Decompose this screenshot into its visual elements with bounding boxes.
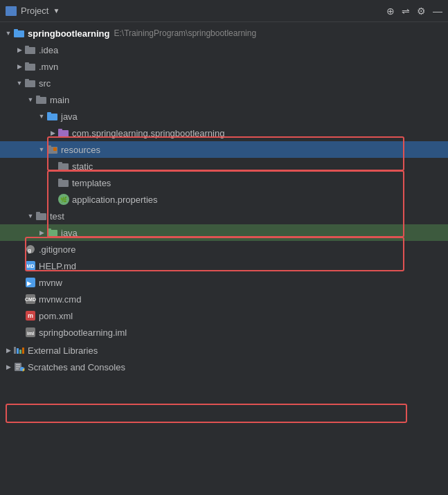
tree-item-iml[interactable]: iml springbootlearning.iml <box>0 324 448 341</box>
chevron-down-icon[interactable]: ▼ <box>53 7 60 15</box>
arrow-main <box>25 96 36 103</box>
panel-header: Project ▼ ⊕ ⇌ ⚙ — <box>0 0 448 22</box>
ide-panel: Project ▼ ⊕ ⇌ ⚙ — springbootlearning <box>0 0 448 495</box>
folder-icon-root <box>14 28 25 39</box>
svg-rect-37 <box>16 366 20 368</box>
pomxml-label: pom.xml <box>39 311 73 321</box>
tree-item-test-java[interactable]: java <box>0 224 448 241</box>
svg-text:g: g <box>28 247 31 253</box>
svg-rect-34 <box>22 348 24 354</box>
split-icon[interactable]: ⇌ <box>402 6 410 17</box>
tree-item-idea[interactable]: .idea <box>0 42 448 58</box>
folder-icon-mvn <box>25 61 36 72</box>
svg-rect-8 <box>36 97 46 104</box>
folder-icon-test <box>36 210 47 222</box>
mvn-label: .mvn <box>39 62 58 72</box>
tree-item-gitignore[interactable]: g .gitignore <box>0 241 448 258</box>
mvnw-exec-icon: ▶ <box>25 277 36 288</box>
svg-rect-17 <box>58 163 69 170</box>
folder-icon-idea <box>25 44 36 55</box>
arrow-java <box>36 113 47 120</box>
svg-rect-16 <box>53 147 57 151</box>
svg-rect-23 <box>47 230 57 237</box>
svg-rect-11 <box>47 112 51 114</box>
tree-item-com[interactable]: com.springlearning.springbootlearning <box>0 125 448 141</box>
com-label: com.springlearning.springbootlearning <box>72 128 224 138</box>
mvnwcmd-label: mvnw.cmd <box>39 294 81 305</box>
tree-item-templates[interactable]: templates <box>0 174 448 191</box>
templates-label: templates <box>72 178 111 188</box>
folder-icon-templates <box>58 177 69 188</box>
svg-rect-20 <box>58 179 62 181</box>
svg-rect-1 <box>14 29 18 31</box>
tree-item-static[interactable]: static <box>0 158 448 174</box>
tree-item-mvnwcmd[interactable]: CMD mvnw.cmd <box>0 291 448 307</box>
iml-icon: iml <box>25 327 36 338</box>
svg-rect-32 <box>17 348 19 354</box>
application-label: application.properties <box>72 195 158 205</box>
svg-rect-21 <box>36 213 46 220</box>
test-java-label: java <box>61 228 78 238</box>
svg-rect-18 <box>58 162 62 164</box>
test-label: test <box>50 211 64 222</box>
svg-rect-7 <box>25 79 29 81</box>
tree-item-mvnw[interactable]: ▶ mvnw <box>0 274 448 291</box>
gitignore-label: .gitignore <box>39 244 75 255</box>
tree-item-application[interactable]: 🌿 application.properties <box>0 191 448 208</box>
svg-rect-36 <box>16 364 20 366</box>
svg-rect-22 <box>36 212 40 214</box>
tree-item-extlibs[interactable]: External Libraries <box>0 342 448 359</box>
scratch-icon: ⚡ <box>14 361 25 372</box>
svg-rect-0 <box>14 30 24 37</box>
project-tree: springbootlearning E:\TrainingProgram\sp… <box>0 22 448 495</box>
extlib-icon <box>14 345 25 356</box>
arrow-com <box>47 129 58 136</box>
svg-rect-12 <box>58 130 69 137</box>
svg-rect-24 <box>47 228 51 231</box>
static-label: static <box>72 161 93 172</box>
mvnwcmd-icon: CMD <box>25 294 36 305</box>
iml-label: springbootlearning.iml <box>39 327 127 338</box>
arrow-resources <box>36 146 47 153</box>
svg-text:⚡: ⚡ <box>21 368 26 372</box>
src-label: src <box>39 78 51 89</box>
main-label: main <box>50 95 69 105</box>
tree-item-pomxml[interactable]: m pom.xml <box>0 307 448 324</box>
panel-title: Project <box>21 6 48 16</box>
md-icon: MD <box>25 260 36 271</box>
svg-rect-33 <box>19 350 21 354</box>
header-left: Project ▼ <box>6 6 60 16</box>
tree-item-main[interactable]: main <box>0 91 448 108</box>
tree-item-resources[interactable]: resources <box>0 141 448 158</box>
root-label: springbootlearning <box>28 28 109 39</box>
arrow-extlibs <box>3 347 14 354</box>
tree-item-test[interactable]: test <box>0 208 448 224</box>
svg-rect-31 <box>14 347 16 354</box>
minimize-icon[interactable]: — <box>433 6 442 17</box>
tree-item-scratches[interactable]: ⚡ Scratches and Consoles <box>0 359 448 375</box>
svg-rect-4 <box>25 64 35 71</box>
svg-rect-9 <box>36 96 40 98</box>
arrow-test-java <box>36 229 47 236</box>
scratches-label: Scratches and Consoles <box>28 362 125 372</box>
svg-rect-6 <box>25 80 35 87</box>
tree-item-java[interactable]: java <box>0 108 448 125</box>
folder-icon-main <box>36 94 47 105</box>
mvnw-label: mvnw <box>39 278 62 288</box>
arrow-test <box>25 213 36 219</box>
idea-label: .idea <box>39 45 58 55</box>
tree-item-src[interactable]: src <box>0 75 448 91</box>
settings-icon[interactable]: ⚙ <box>417 6 426 17</box>
tree-item-root[interactable]: springbootlearning E:\TrainingProgram\sp… <box>0 25 448 42</box>
svg-rect-3 <box>25 46 29 48</box>
tree-item-mvn[interactable]: .mvn <box>0 58 448 75</box>
svg-rect-10 <box>47 114 57 120</box>
resources-label: resources <box>61 145 100 155</box>
helpmd-label: HELP.md <box>39 261 76 271</box>
scope-icon[interactable]: ⊕ <box>386 6 395 17</box>
tree-item-helpmd[interactable]: MD HELP.md <box>0 258 448 274</box>
folder-icon-com <box>58 127 69 138</box>
folder-icon-src <box>25 78 36 89</box>
maven-icon: m <box>25 310 36 321</box>
arrow-scratches <box>3 363 14 370</box>
